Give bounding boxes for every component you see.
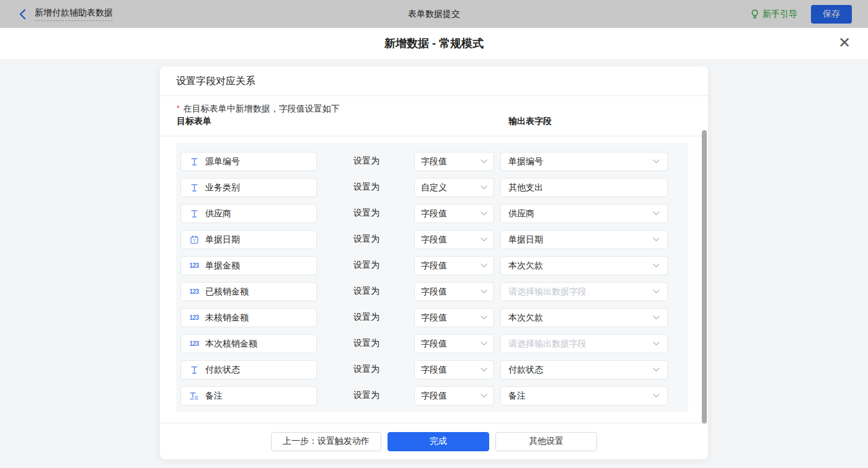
target-field-box[interactable]: 付款状态	[180, 360, 317, 379]
chevron-down-icon	[480, 289, 487, 294]
value-mode-select[interactable]: 字段值	[414, 360, 494, 379]
target-field-label: 付款状态	[205, 364, 316, 376]
field-mapping-row: 123 未核销金额 设置为 字段值 本次欠款	[176, 308, 688, 327]
output-field-select[interactable]: 请选择输出数据字段	[500, 334, 668, 353]
chevron-down-icon	[653, 289, 660, 294]
other-settings-button[interactable]: 其他设置	[495, 432, 597, 451]
value-mode-select[interactable]: 字段值	[414, 386, 494, 405]
chevron-down-icon	[653, 159, 660, 164]
field-mapping-row: 7 单据日期 设置为 字段值 单据日期	[176, 230, 688, 249]
output-field-value: 单据日期	[508, 234, 649, 245]
chevron-down-icon	[653, 368, 660, 372]
divider	[160, 136, 708, 136]
finish-button[interactable]: 完成	[388, 432, 489, 451]
chevron-down-icon	[480, 263, 487, 268]
chevron-down-icon	[653, 316, 660, 320]
output-field-value: 单据编号	[508, 156, 649, 167]
value-mode-value: 字段值	[421, 286, 477, 298]
chevron-down-icon	[480, 368, 487, 372]
value-mode-value: 字段值	[421, 260, 477, 272]
set-as-label: 设置为	[353, 208, 379, 219]
save-button[interactable]: 保存	[811, 5, 852, 24]
set-as-label: 设置为	[353, 260, 379, 271]
value-mode-select[interactable]: 字段值	[414, 256, 494, 275]
target-field-label: 已核销金额	[205, 286, 316, 298]
chevron-down-icon	[480, 211, 487, 216]
page-title: 表单数据提交	[0, 9, 868, 20]
output-field-select[interactable]: 请选择输出数据字段	[500, 282, 668, 301]
close-icon[interactable]: ✕	[838, 34, 851, 51]
text-field-icon	[188, 157, 200, 167]
target-field-box[interactable]: 123 已核销金额	[180, 282, 317, 301]
value-mode-select[interactable]: 字段值	[414, 282, 494, 301]
output-field-select[interactable]: 备注	[500, 386, 668, 405]
column-header-output-fields: 输出表字段	[508, 116, 552, 127]
value-mode-select[interactable]: 自定义	[414, 178, 494, 197]
modal-header: 新增数据 - 常规模式 ✕	[0, 28, 868, 59]
value-mode-select[interactable]: 字段值	[414, 204, 494, 223]
number-field-icon: 123	[188, 287, 200, 297]
target-field-label: 未核销金额	[205, 312, 316, 324]
instruction-text: *在目标表单中新增数据，字段值设置如下	[177, 104, 340, 115]
set-as-label: 设置为	[353, 286, 379, 297]
value-mode-value: 字段值	[421, 391, 477, 402]
output-field-select[interactable]: 本次欠款	[500, 308, 668, 327]
value-mode-select[interactable]: 字段值	[414, 308, 494, 327]
date-field-icon: 7	[188, 235, 200, 245]
value-mode-select[interactable]: 字段值	[414, 152, 494, 171]
beginner-guide-link[interactable]: 新手引导	[750, 9, 797, 20]
set-as-label: 设置为	[353, 156, 379, 167]
set-as-label: 设置为	[353, 338, 379, 349]
chevron-down-icon	[480, 342, 487, 346]
set-as-label: 设置为	[353, 182, 379, 193]
set-as-label: 设置为	[353, 312, 379, 323]
field-mapping-row: 业务类别 设置为 自定义 其他支出	[176, 178, 688, 197]
previous-step-button[interactable]: 上一步：设置触发动作	[271, 432, 381, 451]
number-field-icon: 123	[188, 339, 200, 349]
field-mapping-row: 123 单据金额 设置为 字段值 本次欠款	[176, 256, 688, 275]
field-mapping-row: 源单编号 设置为 字段值 单据编号	[176, 152, 688, 171]
target-field-box[interactable]: 业务类别	[180, 178, 317, 197]
text-field-icon	[188, 365, 200, 375]
field-mapping-row: 供应商 设置为 字段值 供应商	[176, 204, 688, 223]
value-mode-value: 字段值	[421, 234, 477, 245]
target-field-box[interactable]: 123 单据金额	[180, 256, 317, 275]
output-field-value: 本次欠款	[508, 260, 649, 272]
chevron-down-icon	[480, 316, 487, 320]
value-mode-select[interactable]: 字段值	[414, 230, 494, 249]
target-field-box[interactable]: 7 单据日期	[180, 230, 317, 249]
chevron-down-icon	[480, 237, 487, 242]
target-field-box[interactable]: 123 本次核销金额	[180, 334, 317, 353]
chevron-down-icon	[653, 342, 660, 346]
output-field-select[interactable]: 单据日期	[500, 230, 668, 249]
number-field-icon: 123	[188, 313, 200, 323]
target-field-box[interactable]: 源单编号	[180, 152, 317, 171]
output-custom-input[interactable]: 其他支出	[500, 178, 668, 197]
chevron-down-icon	[653, 211, 660, 216]
vertical-scrollbar[interactable]	[702, 130, 707, 424]
beginner-guide-label: 新手引导	[763, 9, 797, 20]
value-mode-value: 字段值	[421, 312, 477, 324]
value-mode-value: 字段值	[421, 364, 477, 376]
number-field-icon: 123	[188, 261, 200, 271]
output-field-select[interactable]: 本次欠款	[500, 256, 668, 275]
field-mapping-row: 123 已核销金额 设置为 字段值 请选择输出数据字段	[176, 282, 688, 301]
value-mode-select[interactable]: 字段值	[414, 334, 494, 353]
output-field-select[interactable]: 单据编号	[500, 152, 668, 171]
text-field-icon	[188, 183, 200, 193]
target-field-box[interactable]: 备注	[180, 386, 317, 405]
output-field-value: 付款状态	[508, 364, 649, 376]
output-field-select[interactable]: 付款状态	[500, 360, 668, 379]
set-as-label: 设置为	[353, 390, 379, 401]
output-field-value: 备注	[508, 391, 649, 402]
field-mapping-row: 付款状态 设置为 字段值 付款状态	[176, 360, 688, 379]
set-as-label: 设置为	[353, 234, 379, 245]
target-field-box[interactable]: 123 未核销金额	[180, 308, 317, 327]
target-field-label: 源单编号	[205, 156, 316, 167]
target-field-label: 业务类别	[205, 182, 316, 193]
output-field-value: 其他支出	[508, 182, 660, 193]
output-field-select[interactable]: 供应商	[500, 204, 668, 223]
chevron-down-icon	[653, 237, 660, 242]
chevron-down-icon	[480, 394, 487, 398]
target-field-box[interactable]: 供应商	[180, 204, 317, 223]
